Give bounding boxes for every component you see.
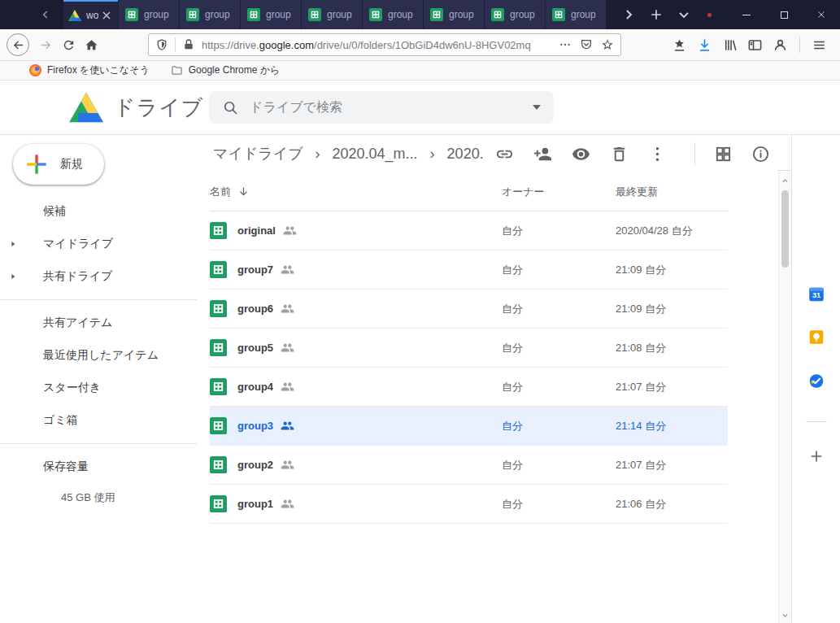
add-panel-app-icon[interactable] (807, 447, 825, 465)
sidebar-item-my-drive[interactable]: マイドライブ (0, 228, 197, 260)
file-row[interactable]: group3自分21:14 自分 (210, 407, 728, 446)
file-row[interactable]: group2自分21:07 自分 (210, 446, 728, 485)
close-button[interactable] (803, 0, 840, 29)
file-row[interactable]: group1自分21:06 自分 (210, 485, 728, 524)
file-name-cell: group6 (210, 300, 502, 317)
sheets-icon (210, 417, 227, 434)
bookmarks-menu-icon[interactable] (672, 37, 687, 53)
page-actions-icon[interactable] (559, 38, 572, 51)
expander-icon[interactable] (9, 240, 17, 248)
tab-group-sheet[interactable]: group (118, 0, 179, 29)
tab-group-sheet[interactable]: group (545, 0, 606, 29)
sidebar-item-label: 共有ドライブ (43, 269, 112, 284)
sidebar-item-shared-drives[interactable]: 共有ドライブ (0, 260, 197, 293)
scroll-tabs-left-button[interactable] (0, 0, 63, 29)
tab-active-drive[interactable]: wo (63, 0, 118, 29)
url-text[interactable]: https://drive.google.com/drive/u/0/folde… (202, 39, 554, 51)
downloads-icon[interactable] (697, 37, 712, 53)
bookmark-item[interactable]: Google Chrome から (171, 63, 281, 77)
column-header-owner[interactable]: オーナー (502, 185, 616, 199)
share-add-person-icon[interactable] (533, 145, 552, 163)
list-all-tabs-button[interactable] (676, 7, 692, 23)
breadcrumb-item[interactable]: 2020.04_m... (333, 146, 418, 163)
sidebar-item-recent[interactable]: 最近使用したアイテム (0, 339, 197, 372)
sheets-icon (552, 8, 565, 21)
menu-icon[interactable] (812, 37, 827, 53)
lock-icon[interactable] (182, 38, 195, 51)
pocket-icon[interactable] (580, 38, 593, 51)
people-icon (283, 224, 297, 237)
file-row[interactable]: original自分2020/04/28 自分 (210, 211, 728, 251)
file-modified: 21:08 自分 (616, 341, 728, 355)
calendar-icon[interactable]: 31 (807, 285, 825, 303)
breadcrumb-item[interactable]: 2020. (447, 146, 484, 163)
library-icon[interactable] (722, 37, 738, 53)
tab-title: group (205, 9, 233, 20)
more-options-icon[interactable] (648, 145, 667, 163)
get-link-icon[interactable] (495, 145, 514, 163)
sidebar-item-label: 共有アイテム (43, 316, 112, 330)
tab-group-sheet[interactable]: group (301, 0, 362, 29)
scroll-tabs-right-button[interactable] (620, 7, 637, 23)
tab-group-sheet[interactable]: group (484, 0, 545, 29)
scrollbar[interactable] (778, 172, 791, 623)
search-options-dropdown-icon[interactable] (533, 105, 541, 110)
file-row[interactable]: group4自分21:07 自分 (210, 368, 728, 407)
search-input[interactable] (250, 100, 526, 115)
home-icon (85, 38, 98, 52)
bookmark-star-icon[interactable] (601, 38, 614, 51)
sort-descending-icon[interactable] (237, 185, 250, 198)
reload-button[interactable] (57, 33, 80, 56)
file-row[interactable]: group6自分21:09 自分 (210, 290, 728, 329)
search-icon[interactable] (222, 99, 238, 115)
file-row[interactable]: group7自分21:09 自分 (210, 251, 728, 290)
drive-logo[interactable]: ドライブ (69, 92, 203, 123)
maximize-button[interactable] (765, 0, 803, 29)
sidebar-item-shared-with-me[interactable]: 共有アイテム (0, 307, 197, 339)
tab-group-sheet[interactable]: group (179, 0, 240, 29)
new-button[interactable]: 新規 (13, 144, 104, 185)
tab-group-sheet[interactable]: group (423, 0, 484, 29)
breadcrumb-item[interactable]: マイドライブ (213, 144, 303, 163)
bookmark-item[interactable]: Firefox を使いこなそう (29, 63, 150, 77)
sidebar-item-starred[interactable]: スター付き (0, 372, 197, 404)
search-box[interactable] (209, 91, 554, 124)
new-tab-button[interactable] (648, 7, 664, 23)
account-icon[interactable] (773, 37, 788, 53)
preview-eye-icon[interactable] (572, 145, 590, 163)
forward-button[interactable] (34, 33, 57, 56)
sheets-icon (369, 8, 382, 21)
info-icon[interactable] (751, 145, 770, 163)
sidebar-item-priority[interactable]: 候補 (0, 195, 197, 228)
back-button[interactable] (7, 33, 29, 56)
scrollbar-thumb[interactable] (781, 190, 789, 268)
sheets-icon (210, 456, 227, 473)
grid-view-icon[interactable] (714, 145, 733, 163)
file-owner: 自分 (502, 380, 616, 394)
file-name-cell: group4 (210, 378, 502, 395)
file-name-cell: group1 (210, 495, 502, 512)
scroll-down-icon[interactable] (781, 612, 789, 619)
scroll-up-icon[interactable] (781, 177, 789, 185)
file-owner: 自分 (502, 302, 616, 316)
tracking-protection-shield-icon[interactable] (155, 38, 168, 51)
firefox-icon (29, 64, 41, 76)
google-plus-icon (24, 152, 49, 176)
url-bar[interactable]: https://drive.google.com/drive/u/0/folde… (148, 33, 621, 56)
home-button[interactable] (80, 33, 102, 56)
tab-close-icon[interactable] (100, 9, 113, 22)
keep-icon[interactable] (807, 329, 825, 346)
file-row[interactable]: group5自分21:08 自分 (210, 329, 728, 368)
column-header-name[interactable]: 名前 (210, 185, 231, 199)
column-header-modified[interactable]: 最終更新 (616, 185, 728, 199)
tab-group-sheet[interactable]: group (240, 0, 301, 29)
tasks-icon[interactable] (807, 372, 825, 390)
sidebar-item-storage[interactable]: 保存容量 (0, 451, 197, 483)
sidebar-toggle-icon[interactable] (747, 37, 763, 53)
delete-trash-icon[interactable] (610, 145, 629, 163)
tab-group-sheet[interactable]: group (362, 0, 423, 29)
expander-icon[interactable] (9, 272, 17, 281)
minimize-button[interactable] (728, 0, 765, 29)
sidebar-item-trash[interactable]: ゴミ箱 (0, 404, 197, 437)
sheets-icon (210, 222, 227, 239)
